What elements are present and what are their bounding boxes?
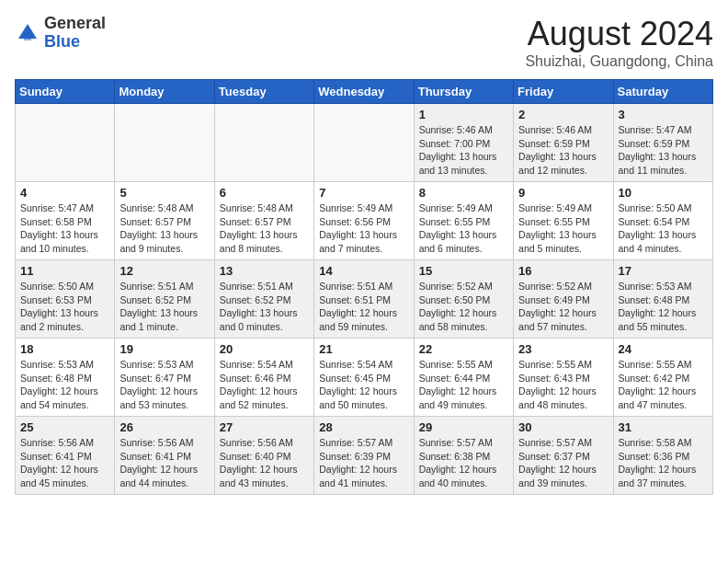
- calendar-day-header: Thursday: [414, 80, 513, 104]
- day-number: 10: [619, 186, 708, 200]
- calendar-week-row: 18Sunrise: 5:53 AM Sunset: 6:48 PM Dayli…: [16, 339, 713, 417]
- day-info: Sunrise: 5:57 AM Sunset: 6:37 PM Dayligh…: [518, 436, 608, 490]
- calendar-cell: 30Sunrise: 5:57 AM Sunset: 6:37 PM Dayli…: [514, 417, 613, 495]
- calendar-cell: [214, 104, 313, 182]
- calendar-cell: 2Sunrise: 5:46 AM Sunset: 6:59 PM Daylig…: [514, 104, 613, 182]
- day-number: 5: [119, 186, 209, 200]
- calendar-cell: [115, 104, 214, 182]
- calendar-cell: 16Sunrise: 5:52 AM Sunset: 6:49 PM Dayli…: [514, 260, 613, 339]
- calendar-day-header: Wednesday: [314, 80, 414, 104]
- day-number: 9: [518, 186, 608, 200]
- calendar-day-header: Tuesday: [214, 80, 313, 104]
- day-info: Sunrise: 5:56 AM Sunset: 6:40 PM Dayligh…: [220, 436, 309, 490]
- day-number: 17: [619, 264, 708, 278]
- calendar-cell: 4Sunrise: 5:47 AM Sunset: 6:58 PM Daylig…: [16, 182, 115, 260]
- day-info: Sunrise: 5:58 AM Sunset: 6:36 PM Dayligh…: [619, 436, 708, 490]
- day-number: 20: [220, 342, 309, 356]
- day-number: 21: [319, 342, 408, 356]
- calendar-cell: 21Sunrise: 5:54 AM Sunset: 6:45 PM Dayli…: [314, 339, 414, 417]
- calendar-cell: 23Sunrise: 5:55 AM Sunset: 6:43 PM Dayli…: [514, 339, 613, 417]
- calendar-cell: 3Sunrise: 5:47 AM Sunset: 6:59 PM Daylig…: [613, 104, 712, 182]
- logo: General Blue: [15, 15, 106, 52]
- day-number: 13: [220, 264, 309, 278]
- day-info: Sunrise: 5:53 AM Sunset: 6:48 PM Dayligh…: [619, 280, 708, 334]
- day-number: 24: [619, 342, 708, 356]
- day-info: Sunrise: 5:53 AM Sunset: 6:47 PM Dayligh…: [119, 358, 209, 412]
- day-info: Sunrise: 5:56 AM Sunset: 6:41 PM Dayligh…: [119, 436, 209, 490]
- day-number: 2: [518, 108, 608, 121]
- calendar-cell: 8Sunrise: 5:49 AM Sunset: 6:55 PM Daylig…: [414, 182, 513, 260]
- day-info: Sunrise: 5:46 AM Sunset: 6:59 PM Dayligh…: [518, 123, 608, 178]
- day-number: 23: [518, 342, 608, 356]
- day-info: Sunrise: 5:51 AM Sunset: 6:52 PM Dayligh…: [119, 280, 209, 334]
- day-info: Sunrise: 5:49 AM Sunset: 6:55 PM Dayligh…: [518, 201, 608, 256]
- calendar-cell: 29Sunrise: 5:57 AM Sunset: 6:38 PM Dayli…: [414, 417, 513, 495]
- day-number: 18: [20, 342, 109, 356]
- day-number: 28: [319, 420, 408, 434]
- day-info: Sunrise: 5:55 AM Sunset: 6:42 PM Dayligh…: [619, 358, 708, 412]
- day-info: Sunrise: 5:51 AM Sunset: 6:52 PM Dayligh…: [220, 280, 309, 334]
- calendar-cell: 7Sunrise: 5:49 AM Sunset: 6:56 PM Daylig…: [314, 182, 414, 260]
- day-info: Sunrise: 5:53 AM Sunset: 6:48 PM Dayligh…: [20, 358, 109, 412]
- day-number: 30: [518, 420, 608, 434]
- calendar-cell: 28Sunrise: 5:57 AM Sunset: 6:39 PM Dayli…: [314, 417, 414, 495]
- day-info: Sunrise: 5:47 AM Sunset: 6:59 PM Dayligh…: [619, 123, 708, 178]
- day-number: 7: [319, 186, 408, 200]
- day-info: Sunrise: 5:56 AM Sunset: 6:41 PM Dayligh…: [20, 436, 109, 490]
- day-number: 16: [518, 264, 608, 278]
- calendar-cell: 12Sunrise: 5:51 AM Sunset: 6:52 PM Dayli…: [115, 260, 214, 339]
- day-info: Sunrise: 5:57 AM Sunset: 6:38 PM Dayligh…: [419, 436, 508, 490]
- calendar-cell: 27Sunrise: 5:56 AM Sunset: 6:40 PM Dayli…: [214, 417, 313, 495]
- location-title: Shuizhai, Guangdong, China: [525, 53, 713, 70]
- calendar-cell: 13Sunrise: 5:51 AM Sunset: 6:52 PM Dayli…: [214, 260, 313, 339]
- calendar-cell: 1Sunrise: 5:46 AM Sunset: 7:00 PM Daylig…: [414, 104, 513, 182]
- calendar-cell: 31Sunrise: 5:58 AM Sunset: 6:36 PM Dayli…: [613, 417, 712, 495]
- day-info: Sunrise: 5:54 AM Sunset: 6:45 PM Dayligh…: [319, 358, 408, 412]
- svg-rect-1: [24, 33, 31, 40]
- day-number: 29: [419, 420, 508, 434]
- day-number: 6: [220, 186, 309, 200]
- day-number: 15: [419, 264, 508, 278]
- calendar-cell: 20Sunrise: 5:54 AM Sunset: 6:46 PM Dayli…: [214, 339, 313, 417]
- day-info: Sunrise: 5:54 AM Sunset: 6:46 PM Dayligh…: [220, 358, 309, 412]
- calendar-cell: [16, 104, 115, 182]
- logo-icon: [15, 20, 40, 46]
- day-number: 26: [119, 420, 209, 434]
- day-info: Sunrise: 5:51 AM Sunset: 6:51 PM Dayligh…: [319, 280, 408, 334]
- calendar-day-header: Monday: [115, 80, 214, 104]
- title-block: August 2024 Shuizhai, Guangdong, China: [525, 15, 713, 70]
- day-number: 31: [619, 420, 708, 434]
- calendar-header-row: SundayMondayTuesdayWednesdayThursdayFrid…: [16, 80, 713, 104]
- day-info: Sunrise: 5:55 AM Sunset: 6:44 PM Dayligh…: [419, 358, 508, 412]
- calendar-cell: 14Sunrise: 5:51 AM Sunset: 6:51 PM Dayli…: [314, 260, 414, 339]
- calendar-cell: [314, 104, 414, 182]
- page-header: General Blue August 2024 Shuizhai, Guang…: [15, 15, 713, 70]
- calendar-cell: 5Sunrise: 5:48 AM Sunset: 6:57 PM Daylig…: [115, 182, 214, 260]
- calendar-week-row: 25Sunrise: 5:56 AM Sunset: 6:41 PM Dayli…: [16, 417, 713, 495]
- day-number: 27: [220, 420, 309, 434]
- day-info: Sunrise: 5:57 AM Sunset: 6:39 PM Dayligh…: [319, 436, 408, 490]
- day-info: Sunrise: 5:48 AM Sunset: 6:57 PM Dayligh…: [119, 201, 209, 256]
- calendar-day-header: Sunday: [16, 80, 115, 104]
- calendar-week-row: 1Sunrise: 5:46 AM Sunset: 7:00 PM Daylig…: [16, 104, 713, 182]
- calendar-cell: 19Sunrise: 5:53 AM Sunset: 6:47 PM Dayli…: [115, 339, 214, 417]
- calendar-cell: 22Sunrise: 5:55 AM Sunset: 6:44 PM Dayli…: [414, 339, 513, 417]
- calendar-cell: 15Sunrise: 5:52 AM Sunset: 6:50 PM Dayli…: [414, 260, 513, 339]
- calendar-cell: 9Sunrise: 5:49 AM Sunset: 6:55 PM Daylig…: [514, 182, 613, 260]
- calendar-cell: 6Sunrise: 5:48 AM Sunset: 6:57 PM Daylig…: [214, 182, 313, 260]
- day-number: 14: [319, 264, 408, 278]
- calendar-cell: 26Sunrise: 5:56 AM Sunset: 6:41 PM Dayli…: [115, 417, 214, 495]
- day-number: 1: [419, 108, 508, 121]
- day-info: Sunrise: 5:49 AM Sunset: 6:55 PM Dayligh…: [419, 201, 508, 256]
- calendar-cell: 17Sunrise: 5:53 AM Sunset: 6:48 PM Dayli…: [613, 260, 712, 339]
- calendar-cell: 25Sunrise: 5:56 AM Sunset: 6:41 PM Dayli…: [16, 417, 115, 495]
- calendar-cell: 11Sunrise: 5:50 AM Sunset: 6:53 PM Dayli…: [16, 260, 115, 339]
- day-info: Sunrise: 5:52 AM Sunset: 6:49 PM Dayligh…: [518, 280, 608, 334]
- day-number: 19: [119, 342, 209, 356]
- day-number: 3: [619, 108, 708, 121]
- day-info: Sunrise: 5:48 AM Sunset: 6:57 PM Dayligh…: [220, 201, 309, 256]
- day-info: Sunrise: 5:50 AM Sunset: 6:54 PM Dayligh…: [619, 201, 708, 256]
- calendar-cell: 18Sunrise: 5:53 AM Sunset: 6:48 PM Dayli…: [16, 339, 115, 417]
- day-info: Sunrise: 5:46 AM Sunset: 7:00 PM Dayligh…: [419, 123, 508, 178]
- day-info: Sunrise: 5:47 AM Sunset: 6:58 PM Dayligh…: [20, 201, 109, 256]
